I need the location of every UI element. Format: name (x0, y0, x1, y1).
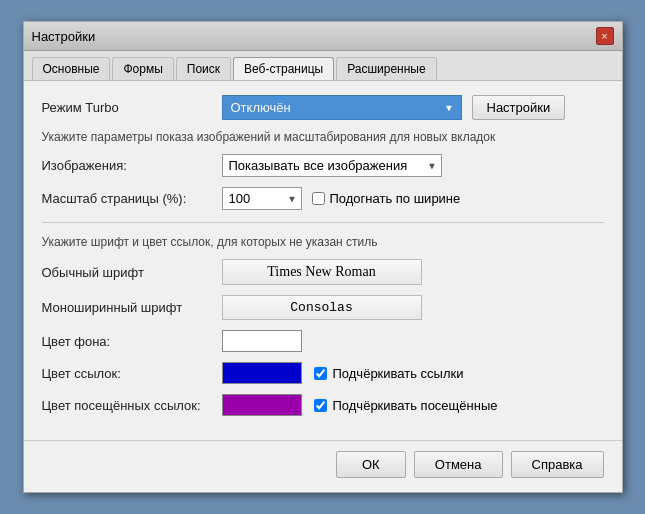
tab-search[interactable]: Поиск (176, 57, 231, 80)
turbo-mode-row: Режим Turbo Отключён ▼ Настройки (42, 95, 604, 120)
turbo-mode-select[interactable]: Отключён (222, 95, 462, 120)
visited-color-swatch[interactable] (222, 394, 302, 416)
bg-color-label: Цвет фона: (42, 334, 222, 349)
link-color-swatch[interactable] (222, 362, 302, 384)
turbo-settings-button[interactable]: Настройки (472, 95, 566, 120)
tab-forms[interactable]: Формы (112, 57, 173, 80)
images-row: Изображения: Показывать все изображения … (42, 154, 604, 177)
normal-font-label: Обычный шрифт (42, 265, 222, 280)
ok-button[interactable]: ОК (336, 451, 406, 478)
bg-color-row: Цвет фона: (42, 330, 604, 352)
cancel-button[interactable]: Отмена (414, 451, 503, 478)
fit-width-label: Подогнать по ширине (330, 191, 461, 206)
mono-font-button[interactable]: Consolas (222, 295, 422, 320)
turbo-mode-label: Режим Turbo (42, 100, 222, 115)
underline-links-group: Подчёркивать ссылки (314, 366, 464, 381)
normal-font-button[interactable]: Times New Roman (222, 259, 422, 285)
underline-visited-checkbox[interactable] (314, 399, 327, 412)
images-label: Изображения: (42, 158, 222, 173)
tab-webpages[interactable]: Веб-страницы (233, 57, 334, 80)
title-bar: Настройки × (24, 22, 622, 51)
link-color-row: Цвет ссылок: Подчёркивать ссылки (42, 362, 604, 384)
tab-advanced[interactable]: Расширенные (336, 57, 437, 80)
dialog-window: Настройки × Основные Формы Поиск Веб-стр… (23, 21, 623, 493)
separator-1 (42, 222, 604, 223)
underline-links-label: Подчёркивать ссылки (333, 366, 464, 381)
dialog-title: Настройки (32, 29, 96, 44)
content-area: Режим Turbo Отключён ▼ Настройки Укажите… (24, 81, 622, 440)
underline-links-checkbox[interactable] (314, 367, 327, 380)
underline-visited-group: Подчёркивать посещённые (314, 398, 498, 413)
visited-color-label: Цвет посещённых ссылок: (42, 398, 222, 413)
help-button[interactable]: Справка (511, 451, 604, 478)
scale-row: Масштаб страницы (%): 100 ▼ Подогнать по… (42, 187, 604, 210)
mono-font-label: Моноширинный шрифт (42, 300, 222, 315)
visited-color-row: Цвет посещённых ссылок: Подчёркивать пос… (42, 394, 604, 416)
font-section-desc: Укажите шрифт и цвет ссылок, для которых… (42, 235, 604, 249)
footer: ОК Отмена Справка (24, 440, 622, 492)
close-button[interactable]: × (596, 27, 614, 45)
scale-label: Масштаб страницы (%): (42, 191, 222, 206)
bg-color-swatch[interactable] (222, 330, 302, 352)
tab-basic[interactable]: Основные (32, 57, 111, 80)
scale-select[interactable]: 100 (222, 187, 302, 210)
image-section-desc: Укажите параметры показа изображений и м… (42, 130, 604, 144)
normal-font-row: Обычный шрифт Times New Roman (42, 259, 604, 285)
tab-bar: Основные Формы Поиск Веб-страницы Расшир… (24, 51, 622, 81)
link-color-label: Цвет ссылок: (42, 366, 222, 381)
mono-font-row: Моноширинный шрифт Consolas (42, 295, 604, 320)
images-select[interactable]: Показывать все изображения (222, 154, 442, 177)
underline-visited-label: Подчёркивать посещённые (333, 398, 498, 413)
fit-width-checkbox[interactable] (312, 192, 325, 205)
